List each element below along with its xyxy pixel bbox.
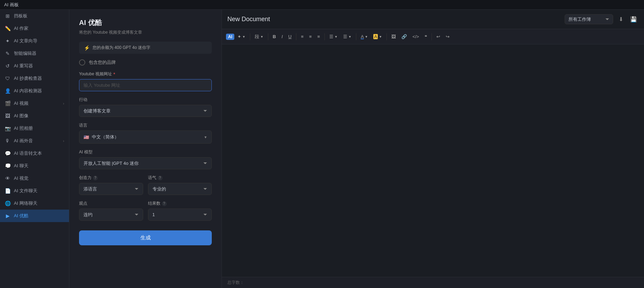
action-select[interactable]: 创建博客文章 bbox=[79, 105, 212, 117]
ai-browse-icon: 👁 bbox=[5, 176, 10, 181]
viewpoint-select[interactable]: 连约 bbox=[79, 209, 143, 221]
toolbar-separator-3 bbox=[296, 33, 296, 40]
quote-button[interactable]: ❝ bbox=[422, 32, 429, 41]
tools-chevron-icon: ▼ bbox=[242, 35, 245, 39]
paragraph-chevron-icon: ▼ bbox=[260, 35, 263, 39]
tone-select[interactable]: 专业的 bbox=[148, 183, 212, 195]
list-ol-button[interactable]: ☰ ▼ bbox=[341, 32, 354, 41]
sidebar-item-ai-writer[interactable]: ✏️ AI 作家 bbox=[0, 22, 69, 35]
download-icon-button[interactable]: ⬇ bbox=[617, 15, 625, 24]
dashboard-icon: ⊞ bbox=[5, 13, 10, 19]
paragraph-dropdown-button[interactable]: 段 ▼ bbox=[252, 32, 266, 42]
creativity-group: 创造力 ? 添语言 bbox=[79, 175, 143, 195]
creativity-tone-row: 创造力 ? 添语言 语气 ? 专业的 bbox=[79, 175, 212, 201]
include-brand-toggle[interactable] bbox=[79, 59, 85, 66]
sidebar-item-ai-chat[interactable]: 💭 AI 聊天 bbox=[0, 160, 69, 172]
sidebar-item-ai-content-detector[interactable]: 👤 AI 内容检测器 bbox=[0, 85, 69, 97]
toolbar-separator-4 bbox=[324, 33, 325, 40]
creativity-select[interactable]: 添语言 bbox=[79, 183, 143, 195]
link-button[interactable]: 🔗 bbox=[399, 32, 409, 41]
sidebar-label-ai-video: AI 视频 bbox=[14, 100, 60, 107]
sidebar-item-ai-video[interactable]: 🎬 AI 视频 › bbox=[0, 97, 69, 110]
sidebar-label-ai-content-detector: AI 内容检测器 bbox=[14, 88, 64, 94]
sidebar-label-ai-plagiarism: AI 抄袭检查器 bbox=[14, 75, 64, 82]
sidebar-label-ai-browse: AI 视觉 bbox=[14, 175, 64, 181]
sidebar-item-ai-article-guide[interactable]: ✦ AI 文章向导 bbox=[0, 35, 69, 47]
youtube-label: Youtube 视频网址 * bbox=[79, 71, 212, 77]
ai-photo-icon: 📷 bbox=[5, 126, 10, 131]
document-title-input[interactable] bbox=[227, 16, 560, 23]
align-right-icon: ≡ bbox=[317, 34, 320, 39]
code-button[interactable]: </> bbox=[410, 32, 421, 41]
ai-plagiarism-icon: 🛡 bbox=[5, 76, 10, 81]
tone-group: 语气 ? 专业的 bbox=[148, 175, 212, 195]
ai-rewriter-icon: ↺ bbox=[5, 63, 10, 69]
results-info-icon: ? bbox=[162, 201, 167, 206]
sidebar: ⊞ 挡板板 ✏️ AI 作家 ✦ AI 文章向导 ✎ 智能编辑器 ↺ AI 重写… bbox=[0, 10, 69, 288]
sidebar-item-ai-voiceover[interactable]: 🎙 AI 画外音 › bbox=[0, 135, 69, 147]
sidebar-item-ai-file-chat[interactable]: 📄 AI 文件聊天 bbox=[0, 185, 69, 197]
tone-label: 语气 ? bbox=[148, 175, 212, 181]
sidebar-item-smart-editor[interactable]: ✎ 智能编辑器 bbox=[0, 47, 69, 60]
youtube-url-group: Youtube 视频网址 * bbox=[79, 71, 212, 91]
ai-video-icon: 🎬 bbox=[5, 101, 10, 106]
sidebar-item-ai-speech[interactable]: 💬 AI 语音转文本 bbox=[0, 147, 69, 160]
editor-toolbar: AI ✦ ▼ 段 ▼ B I U ≡ ≡ ≡ bbox=[222, 29, 644, 44]
credit-text: 您的余额为 400 GPT 4o 迷你字 bbox=[93, 45, 150, 51]
sidebar-label-ai-web-chat: AI 网络聊天 bbox=[14, 200, 64, 206]
sidebar-item-ai-youku[interactable]: ▶ AI 优酷 bbox=[0, 210, 69, 222]
tool-subtitle: 将您的 Youtube 视频变成博客文章 bbox=[79, 29, 212, 35]
ai-badge[interactable]: AI bbox=[226, 34, 234, 40]
app-title: AI 画板 bbox=[4, 2, 19, 8]
youtube-input[interactable] bbox=[79, 79, 212, 91]
sidebar-label-smart-editor: 智能编辑器 bbox=[14, 50, 64, 57]
sidebar-chevron-icon: › bbox=[63, 139, 64, 143]
flag-icon: 🇺🇸 bbox=[84, 135, 89, 140]
language-group: 语言 🇺🇸 中文（简体） ▼ bbox=[79, 122, 212, 144]
editor-body[interactable] bbox=[222, 44, 644, 277]
sidebar-item-ai-plagiarism[interactable]: 🛡 AI 抄袭检查器 bbox=[0, 72, 69, 85]
credit-bar: ⚡ 您的余额为 400 GPT 4o 迷你字 bbox=[79, 42, 212, 54]
italic-button[interactable]: I bbox=[279, 32, 285, 41]
list-ol-chevron-icon: ▼ bbox=[348, 35, 351, 39]
viewpoint-group: 观点 连约 bbox=[79, 201, 143, 221]
sidebar-label-ai-youku: AI 优酷 bbox=[14, 213, 64, 219]
language-select[interactable]: 🇺🇸 中文（简体） ▼ bbox=[79, 130, 212, 144]
results-select[interactable]: 1 bbox=[148, 209, 212, 221]
sidebar-item-ai-photo[interactable]: 📷 AI 照相册 bbox=[0, 122, 69, 135]
viewpoint-label: 观点 bbox=[79, 201, 143, 206]
save-icon: 💾 bbox=[630, 16, 637, 23]
ai-model-select[interactable]: 开放人工智能 |GPT 4o 迷你 bbox=[79, 157, 212, 169]
undo-button[interactable]: ↩ bbox=[434, 32, 443, 41]
word-count-label: 总字数： bbox=[227, 280, 244, 286]
sidebar-chevron-icon: › bbox=[63, 102, 64, 105]
font-color-button[interactable]: A ▼ bbox=[358, 32, 371, 41]
editor-panel: 所有工作簿 ⬇ 💾 AI ✦ ▼ 段 ▼ B I U bbox=[222, 10, 644, 288]
results-label: 结果数 ? bbox=[148, 201, 212, 206]
sidebar-item-dashboard[interactable]: ⊞ 挡板板 bbox=[0, 10, 69, 22]
sidebar-item-ai-rewriter[interactable]: ↺ AI 重写器 bbox=[0, 60, 69, 72]
generate-button[interactable]: 生成 bbox=[79, 230, 212, 245]
image-button[interactable]: 🖼 bbox=[389, 32, 398, 41]
results-group: 结果数 ? 1 bbox=[148, 201, 212, 221]
ai-web-chat-icon: 🌐 bbox=[5, 201, 10, 206]
tools-dropdown-button[interactable]: ✦ ▼ bbox=[235, 32, 248, 41]
save-icon-button[interactable]: 💾 bbox=[629, 15, 638, 24]
redo-icon: ↪ bbox=[446, 34, 450, 39]
toolbar-separator-7 bbox=[432, 33, 432, 40]
align-left-button[interactable]: ≡ bbox=[298, 32, 306, 41]
list-ul-button[interactable]: ☰ ▼ bbox=[327, 32, 340, 41]
highlight-button[interactable]: A ▼ bbox=[371, 32, 384, 41]
align-right-button[interactable]: ≡ bbox=[315, 32, 322, 41]
workspace-select[interactable]: 所有工作簿 bbox=[565, 14, 613, 24]
sidebar-item-ai-image[interactable]: 🖼 AI 图像 bbox=[0, 110, 69, 122]
underline-button[interactable]: U bbox=[286, 32, 294, 41]
bold-button[interactable]: B bbox=[270, 32, 278, 41]
include-brand-label: 包含您的品牌 bbox=[89, 59, 116, 66]
sidebar-item-ai-web-chat[interactable]: 🌐 AI 网络聊天 bbox=[0, 197, 69, 210]
redo-button[interactable]: ↪ bbox=[443, 32, 452, 41]
sidebar-item-ai-browse[interactable]: 👁 AI 视觉 bbox=[0, 172, 69, 185]
sidebar-label-ai-speech: AI 语音转文本 bbox=[14, 150, 64, 156]
ai-file-chat-icon: 📄 bbox=[5, 188, 10, 194]
align-center-button[interactable]: ≡ bbox=[307, 32, 314, 41]
